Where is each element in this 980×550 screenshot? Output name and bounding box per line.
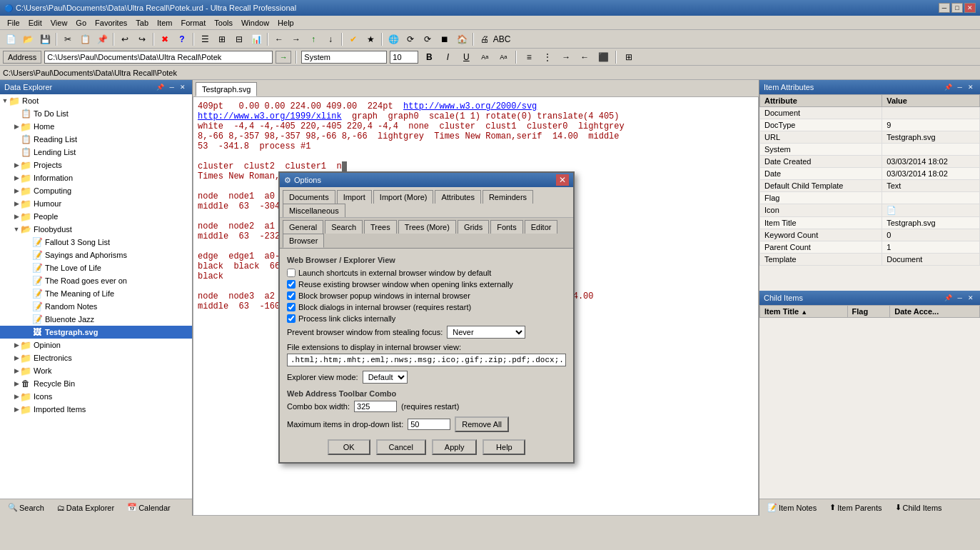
apply-button[interactable]: Apply xyxy=(432,439,478,455)
checkbox-row-5: Process link clicks internally xyxy=(287,314,566,323)
tab-import-more[interactable]: Import (More) xyxy=(373,190,434,204)
checkbox-label-reuse: Reuse existing browser window when openi… xyxy=(298,280,513,289)
ok-button[interactable]: OK xyxy=(328,439,370,455)
subtab-browser[interactable]: Browser xyxy=(283,234,324,248)
checkbox-dialogs[interactable] xyxy=(287,303,295,311)
cancel-button[interactable]: Cancel xyxy=(376,439,426,455)
subtab-general[interactable]: General xyxy=(283,220,323,234)
file-ext-label: File extensions to display in internal b… xyxy=(287,343,566,351)
checkbox-popup[interactable] xyxy=(287,291,295,300)
prevent-dropdown[interactable]: Never Always When minimized xyxy=(447,326,525,339)
prevent-label: Prevent browser window from stealing foc… xyxy=(287,328,443,336)
combo-width-label: Combo box width: xyxy=(287,402,350,411)
tab-documents[interactable]: Documents xyxy=(283,190,335,204)
checkbox-label-popup: Block browser popup windows in internal … xyxy=(298,291,470,300)
checkbox-label-shortcuts: Launch shortcuts in external browser win… xyxy=(298,269,491,277)
dialog-top-tabs: Documents Import Import (More) Attribute… xyxy=(280,187,573,217)
explorer-mode-row: Explorer view mode: Default List Details xyxy=(287,371,566,384)
max-items-input[interactable] xyxy=(408,419,450,430)
combo-width-row: Combo box width: (requires restart) xyxy=(287,401,566,412)
dialog-sub-tabs: General Search Trees Trees (More) Grids … xyxy=(280,217,573,248)
dialog-title-text: Options xyxy=(294,176,321,184)
file-ext-input[interactable] xyxy=(287,354,566,366)
checkbox-shortcuts[interactable] xyxy=(287,269,295,277)
checkbox-label-dialogs: Block dialogs in internal browser (requi… xyxy=(298,303,471,311)
dialog-title-bar: ⚙ Options ✕ xyxy=(280,173,573,187)
checkbox-reuse[interactable] xyxy=(287,280,295,289)
checkbox-label-links: Process link clicks internally xyxy=(298,314,395,323)
checkbox-row-1: Launch shortcuts in external browser win… xyxy=(287,269,566,277)
checkbox-links[interactable] xyxy=(287,314,295,323)
combo-width-note: (requires restart) xyxy=(401,402,459,411)
subtab-trees[interactable]: Trees xyxy=(364,220,397,234)
options-icon: ⚙ xyxy=(284,176,291,185)
section-title-browser: Web Browser / Explorer View xyxy=(287,256,566,264)
tab-attributes[interactable]: Attributes xyxy=(435,190,480,204)
subtab-fonts[interactable]: Fonts xyxy=(490,220,523,234)
explorer-mode-dropdown[interactable]: Default List Details xyxy=(363,371,408,384)
checkbox-row-2: Reuse existing browser window when openi… xyxy=(287,280,566,289)
remove-all-button[interactable]: Remove All xyxy=(455,416,509,432)
combo-width-input[interactable] xyxy=(354,401,397,412)
subtab-trees-more[interactable]: Trees (More) xyxy=(398,220,456,234)
subtab-search[interactable]: Search xyxy=(325,220,363,234)
explorer-mode-label: Explorer view mode: xyxy=(287,373,358,381)
subtab-grids[interactable]: Grids xyxy=(458,220,489,234)
dialog-buttons: OK Cancel Apply Help xyxy=(287,439,566,455)
dialog-title-content: ⚙ Options xyxy=(284,176,321,185)
dialog-content: Web Browser / Explorer View Launch short… xyxy=(280,248,573,462)
dialog-close-button[interactable]: ✕ xyxy=(556,174,569,186)
dialog-overlay: ⚙ Options ✕ Documents Import Import (Mor… xyxy=(0,0,980,550)
max-items-label: Maximum items in drop-down list: xyxy=(287,420,403,429)
help-button[interactable]: Help xyxy=(483,439,525,455)
subtab-editor[interactable]: Editor xyxy=(525,220,558,234)
web-address-title: Web Address Toolbar Combo xyxy=(287,389,566,398)
options-dialog: ⚙ Options ✕ Documents Import Import (Mor… xyxy=(278,171,575,464)
max-items-row: Maximum items in drop-down list: Remove … xyxy=(287,416,566,432)
prevent-field-row: Prevent browser window from stealing foc… xyxy=(287,326,566,339)
tab-import[interactable]: Import xyxy=(337,190,372,204)
checkbox-row-4: Block dialogs in internal browser (requi… xyxy=(287,303,566,311)
checkbox-row-3: Block browser popup windows in internal … xyxy=(287,291,566,300)
tab-reminders[interactable]: Reminders xyxy=(483,190,533,204)
tab-miscellaneous[interactable]: Miscellaneous xyxy=(283,204,345,217)
